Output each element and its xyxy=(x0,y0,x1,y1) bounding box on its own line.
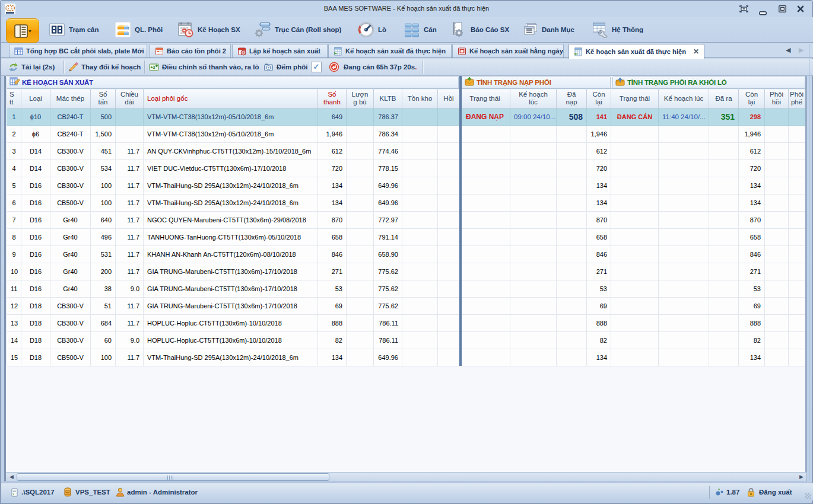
svg-text:+3: +3 xyxy=(151,65,155,69)
